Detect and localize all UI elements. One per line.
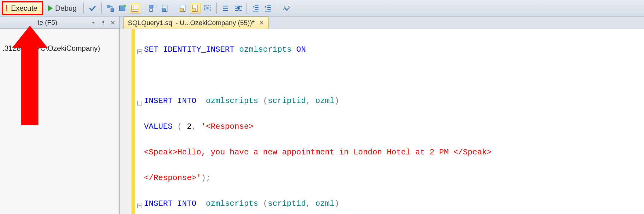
panel-header: te (F5) — [0, 17, 119, 29]
include-actual-plan-icon[interactable] — [178, 3, 188, 13]
panel-body: .3128 ser-PC\OzekiCompany) — [0, 29, 119, 59]
close-panel-icon[interactable] — [109, 19, 117, 26]
separator — [216, 3, 217, 14]
svg-rect-13 — [162, 9, 166, 11]
execute-button[interactable]: ! Execute — [2, 1, 43, 15]
results-to-file-icon[interactable] — [160, 3, 170, 13]
svg-rect-4 — [132, 5, 138, 11]
increase-indent-icon[interactable] — [263, 3, 273, 13]
database-diagram-icon[interactable] — [105, 3, 116, 13]
separator — [144, 3, 144, 14]
parse-check-icon[interactable] — [87, 3, 98, 13]
svg-rect-37 — [102, 23, 104, 23]
indicator-gutter — [120, 29, 132, 214]
code-editor[interactable]: −SET IDENTITY_INSERT ozmlscripts ON −INS… — [120, 29, 644, 214]
debug-button[interactable]: Debug — [45, 3, 80, 14]
decrease-indent-icon[interactable] — [250, 3, 261, 13]
svg-rect-17 — [192, 9, 196, 11]
tab-strip: SQLQuery1.sql - U...OzekiCompany (55))* … — [120, 17, 644, 29]
tab-title: SQLQuery1.sql - U...OzekiCompany (55))* — [128, 19, 255, 27]
editor-tab[interactable]: SQLQuery1.sql - U...OzekiCompany (55))* … — [123, 17, 269, 29]
debug-label: Debug — [55, 4, 77, 13]
modification-gutter — [132, 29, 135, 214]
fold-gutter — [135, 29, 141, 214]
object-explorer-panel: te (F5) .3128 ser-PC\OzekiCompany) — [0, 17, 120, 214]
play-icon — [48, 5, 53, 11]
separator — [83, 3, 84, 14]
svg-rect-19 — [207, 7, 209, 9]
window-position-icon[interactable] — [89, 19, 97, 26]
svg-text:B: B — [286, 8, 288, 12]
code-text[interactable]: −SET IDENTITY_INSERT ozmlscripts ON −INS… — [141, 29, 644, 214]
toolbar: ! Execute Debug — [0, 0, 644, 17]
execute-label: Execute — [11, 4, 38, 13]
fold-toggle-icon[interactable]: − — [137, 50, 142, 54]
svg-rect-10 — [153, 5, 156, 8]
separator — [277, 3, 277, 14]
results-to-grid-icon[interactable] — [130, 3, 140, 13]
fold-toggle-icon[interactable]: − — [137, 204, 142, 208]
comment-icon[interactable] — [220, 3, 231, 13]
surround-with-icon[interactable] — [202, 3, 213, 13]
svg-rect-1 — [111, 9, 114, 11]
close-tab-icon[interactable]: ✕ — [259, 19, 264, 27]
svg-rect-9 — [150, 5, 153, 8]
execute-icon: ! — [5, 3, 8, 13]
specify-values-icon[interactable]: AB — [281, 3, 291, 13]
separator — [174, 3, 174, 14]
panel-title: te (F5) — [2, 19, 88, 27]
separator — [101, 3, 102, 14]
uncomment-icon[interactable] — [232, 3, 243, 13]
intellisense-icon[interactable] — [117, 3, 128, 13]
svg-rect-15 — [180, 9, 184, 11]
svg-rect-0 — [107, 5, 110, 8]
results-to-text-icon[interactable] — [148, 3, 158, 13]
svg-point-3 — [124, 5, 126, 7]
tree-item[interactable]: .3128 ser-PC\OzekiCompany) — [2, 43, 117, 54]
pin-icon[interactable] — [99, 19, 107, 26]
editor-area: SQLQuery1.sql - U...OzekiCompany (55))* … — [120, 17, 644, 214]
fold-toggle-icon[interactable]: − — [137, 101, 142, 105]
separator — [246, 3, 247, 14]
include-client-stats-icon[interactable] — [190, 3, 200, 13]
svg-rect-11 — [150, 9, 153, 11]
svg-rect-36 — [103, 21, 104, 23]
